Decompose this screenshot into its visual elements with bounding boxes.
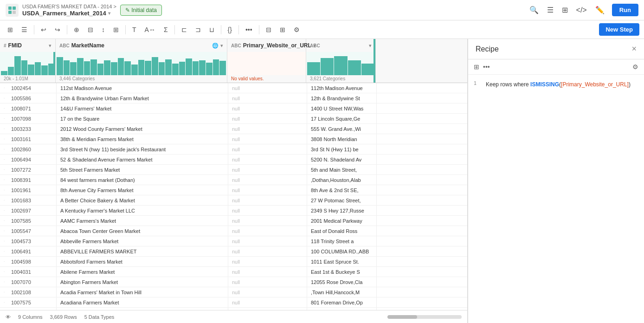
table-row: · 1007098 17 on the Square null 17 Linco…	[0, 114, 467, 124]
cell-market: AAMC Farmers's Market	[57, 216, 228, 226]
row-indicator: ·	[0, 287, 7, 297]
code-icon[interactable]: </>	[575, 5, 588, 15]
grid-icon[interactable]: ⊞	[561, 5, 569, 15]
cell-address: 12055 Rose Drove,Cla	[307, 277, 377, 287]
merge-btn[interactable]: ⊕	[71, 24, 82, 35]
grid-view-btn[interactable]: ⊞	[5, 24, 16, 35]
addr-col-chevron[interactable]: ▾	[369, 43, 372, 49]
row-indicator: ·	[0, 236, 7, 246]
col-header-marketname[interactable]: ABC MarketName 🌐 ▾	[56, 39, 227, 83]
cell-url: null	[228, 287, 307, 297]
list-icon[interactable]: ☰	[546, 5, 554, 15]
market-col-chevron[interactable]: ▾	[220, 43, 223, 49]
col-type-btn[interactable]: ⊞	[277, 24, 288, 35]
cell-fmid: 1004031	[7, 267, 57, 277]
data-types-count: 5 Data Types	[84, 314, 115, 320]
cell-fmid: 1002860	[7, 144, 57, 154]
redo-btn[interactable]: ↪	[52, 24, 63, 35]
cell-address: East 1st & Buckeye S	[307, 267, 377, 277]
cell-market: 52 & Shadeland Avenue Farmers Market	[57, 155, 228, 164]
recipe-settings-btn[interactable]: ⚙	[632, 63, 638, 71]
cell-market: Abilene Farmers Market	[57, 267, 228, 277]
filter-btn[interactable]: ⊞	[110, 24, 122, 35]
recipe-more-btn[interactable]: •••	[483, 63, 490, 71]
cell-market: 2012 Wood County Farmers' Market	[57, 124, 228, 134]
dataset-chevron-icon[interactable]: ▾	[108, 11, 110, 16]
col-header-url[interactable]: ABC Primary_Website_or_URL ▾ No valid va…	[227, 39, 306, 83]
cell-address: 100 COLUMBIA RD.,ABB	[307, 246, 377, 256]
addr-histogram	[306, 52, 375, 75]
dataset-name[interactable]: USDA_Farmers_Market_2014 ▾	[22, 10, 116, 17]
cell-url: null	[228, 246, 307, 256]
row-indicator: ·	[0, 246, 7, 256]
column-headers: # FMID ▾	[0, 39, 467, 83]
recipe-grid-btn[interactable]: ⊞	[474, 63, 479, 71]
svg-rect-0	[8, 6, 12, 10]
initial-data-button[interactable]: ✎ Initial data	[120, 5, 162, 16]
col-header-fmid[interactable]: # FMID ▾	[0, 39, 56, 83]
text-btn[interactable]: T	[129, 24, 139, 35]
scroll-bar[interactable]	[387, 315, 462, 319]
row-indicator: ·	[0, 216, 7, 226]
fmid-col-info: 20k - 1.01M	[0, 75, 55, 83]
sort-btn[interactable]: ↕	[99, 24, 108, 35]
table-row: · 1003161 38th & Meridian Farmers Market…	[0, 134, 467, 144]
format-btn[interactable]: A↔	[142, 24, 158, 35]
cell-url: null	[228, 297, 307, 307]
step-parameter: [Primary_Website_or_URL]	[561, 81, 629, 88]
addr-type-icon: ABC	[310, 43, 320, 48]
undo-btn[interactable]: ↩	[38, 24, 49, 35]
row-indicator: ·	[0, 93, 7, 103]
data-rows-container[interactable]: · 1002454 112st Madison Avenue null 112t…	[0, 83, 467, 310]
cell-fmid: 1001961	[7, 185, 57, 195]
table-row: · 1002697 A Kentucky Farmer's Market LLC…	[0, 206, 467, 216]
cell-market: 84 west farmers market (Dothan)	[57, 175, 228, 185]
cell-fmid: 1002108	[7, 287, 57, 297]
pivot-btn[interactable]: ⊐	[193, 24, 204, 35]
cell-url: null	[228, 155, 307, 164]
search-icon[interactable]: 🔍	[528, 5, 540, 15]
edit-icon[interactable]: ✏️	[594, 5, 605, 15]
status-bar: 👁 9 Columns 3,669 Rows 5 Data Types	[0, 310, 467, 323]
unfold-btn[interactable]: ⊔	[206, 24, 217, 35]
list-view-btn[interactable]: ☰	[19, 24, 30, 35]
cell-market: 12th & Brandywine Urban Farm Market	[57, 93, 228, 103]
cell-url: null	[228, 144, 307, 154]
new-step-button[interactable]: New Step	[599, 23, 639, 36]
join-btn[interactable]: ⊏	[179, 24, 190, 35]
calc-btn[interactable]: Σ	[161, 24, 171, 35]
row-indicator: ·	[0, 103, 7, 113]
recipe-close-button[interactable]: ×	[631, 44, 637, 54]
cell-fmid: 1006494	[7, 155, 57, 164]
row-indicator: ·	[0, 195, 7, 205]
toolbar-sep-4	[174, 25, 175, 34]
step-description[interactable]: Keep rows where ISMISSING([Primary_Websi…	[486, 80, 631, 89]
split-btn[interactable]: ⊟	[85, 24, 96, 35]
cell-address: 27 W Potomac Street,	[307, 195, 377, 205]
fmid-col-name: FMID	[8, 42, 47, 49]
fmid-col-chevron[interactable]: ▾	[49, 43, 52, 49]
cell-market: ABBEVILLE FARMERS MARKET	[57, 246, 228, 256]
cell-url: null	[228, 83, 307, 93]
url-type-icon: ABC	[231, 43, 241, 48]
cell-market: 14&U Farmers' Market	[57, 103, 228, 113]
cell-url: null	[228, 165, 307, 174]
cell-url: null	[228, 185, 307, 195]
cell-fmid: 1002454	[7, 83, 57, 93]
cell-market: 38th & Meridian Farmers Market	[57, 134, 228, 144]
cell-url: null	[228, 216, 307, 226]
settings-btn[interactable]: ⚙	[291, 24, 303, 35]
step-number: 1	[474, 80, 481, 89]
braces-btn[interactable]: {}	[225, 24, 235, 35]
table-row: · 1005547 Abacoa Town Center Green Marke…	[0, 226, 467, 236]
col-width-btn[interactable]: ⊟	[263, 24, 274, 35]
run-button[interactable]: Run	[612, 4, 638, 16]
cell-address: 17 Lincoln Square,Ge	[307, 114, 377, 123]
cell-address: 1011 East Spruce St.	[307, 257, 377, 266]
more-btn[interactable]: •••	[243, 24, 255, 35]
col-header-address[interactable]: ABC ▾ 3,621 Categories	[306, 39, 376, 83]
table-row: · 1003233 2012 Wood County Farmers' Mark…	[0, 124, 467, 134]
eye-icon: 👁	[6, 314, 11, 320]
cell-url: null	[228, 124, 307, 134]
cell-url: null	[228, 206, 307, 215]
